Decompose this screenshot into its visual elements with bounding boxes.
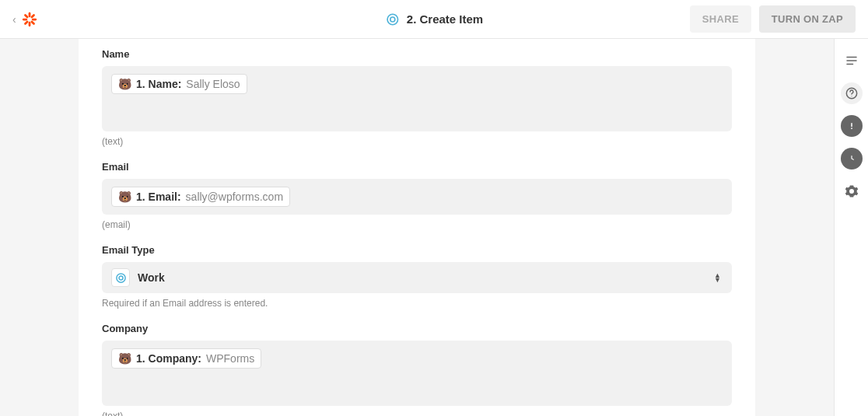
- clock-icon[interactable]: [841, 148, 863, 170]
- select-caret-icon: ▲▼: [714, 273, 721, 282]
- email-pill-label: 1. Email:: [136, 191, 181, 203]
- help-icon[interactable]: [841, 82, 863, 104]
- svg-rect-18: [851, 123, 852, 127]
- turn-on-zap-button[interactable]: TURN ON ZAP: [759, 5, 856, 33]
- email-pill-value: sally@wpforms.com: [186, 191, 283, 203]
- email-input[interactable]: 🐻 1. Email: sally@wpforms.com: [102, 179, 732, 215]
- wpforms-source-icon: 🐻: [118, 78, 131, 90]
- company-input[interactable]: 🐻 1. Company: WPForms: [102, 341, 732, 406]
- field-company: Company 🐻 1. Company: WPForms (text): [102, 323, 732, 416]
- svg-rect-2: [23, 18, 27, 20]
- svg-rect-3: [31, 18, 36, 20]
- field-email-type: Email Type Work ▲▼ Required if an Email …: [102, 244, 732, 309]
- company-hint: (text): [102, 411, 732, 416]
- name-pill-label: 1. Name:: [136, 78, 181, 90]
- email-type-value: Work: [138, 271, 165, 284]
- svg-point-16: [851, 96, 852, 96]
- svg-rect-6: [23, 13, 28, 18]
- svg-rect-5: [23, 19, 28, 24]
- right-rail: [834, 39, 868, 416]
- wpforms-source-icon: 🐻: [118, 352, 131, 365]
- back-chevron-icon[interactable]: ‹: [12, 13, 16, 26]
- field-email: Email 🐻 1. Email: sally@wpforms.com (ema…: [102, 161, 732, 230]
- main-area: Name 🐻 1. Name: Sally Eloso (text) Email…: [0, 39, 868, 416]
- alert-icon[interactable]: [841, 115, 863, 137]
- share-button[interactable]: SHARE: [690, 5, 751, 33]
- svg-rect-7: [30, 19, 35, 24]
- svg-point-10: [116, 273, 124, 281]
- name-pill-value: Sally Eloso: [186, 78, 240, 90]
- svg-rect-0: [28, 12, 30, 16]
- outline-icon[interactable]: [841, 50, 863, 72]
- svg-point-11: [119, 276, 123, 280]
- podio-app-icon: [111, 268, 130, 287]
- content-wrap: Name 🐻 1. Name: Sally Eloso (text) Email…: [0, 39, 834, 416]
- settings-gear-icon[interactable]: [841, 180, 863, 202]
- company-pill-value: WPForms: [206, 352, 254, 365]
- form-card: Name 🐻 1. Name: Sally Eloso (text) Email…: [79, 39, 755, 416]
- header-center: 2. Create Item: [385, 12, 483, 27]
- svg-rect-4: [30, 13, 35, 18]
- company-pill-label: 1. Company:: [136, 352, 201, 365]
- email-pill[interactable]: 🐻 1. Email: sally@wpforms.com: [111, 187, 290, 207]
- header-bar: ‹ 2. Create Item SHARE TURN ON ZAP: [0, 0, 868, 39]
- email-type-hint: Required if an Email address is entered.: [102, 298, 732, 309]
- header-right: SHARE TURN ON ZAP: [690, 5, 856, 33]
- wpforms-source-icon: 🐻: [118, 191, 131, 203]
- step-title: 2. Create Item: [407, 12, 483, 26]
- name-hint: (text): [102, 136, 732, 147]
- svg-rect-1: [28, 21, 30, 26]
- email-type-select[interactable]: Work ▲▼: [102, 262, 732, 293]
- company-label: Company: [102, 323, 732, 334]
- header-left: ‹: [12, 11, 38, 28]
- svg-point-19: [851, 128, 852, 129]
- email-hint: (email): [102, 219, 732, 230]
- name-label: Name: [102, 48, 732, 60]
- svg-point-9: [390, 17, 395, 22]
- company-pill[interactable]: 🐻 1. Company: WPForms: [111, 348, 261, 369]
- email-label: Email: [102, 161, 732, 173]
- field-name: Name 🐻 1. Name: Sally Eloso (text): [102, 48, 732, 147]
- name-input[interactable]: 🐻 1. Name: Sally Eloso: [102, 66, 732, 131]
- zapier-logo-icon[interactable]: [21, 11, 38, 28]
- svg-point-8: [387, 14, 398, 25]
- name-pill[interactable]: 🐻 1. Name: Sally Eloso: [111, 74, 247, 94]
- email-type-label: Email Type: [102, 244, 732, 256]
- podio-app-icon: [385, 12, 401, 27]
